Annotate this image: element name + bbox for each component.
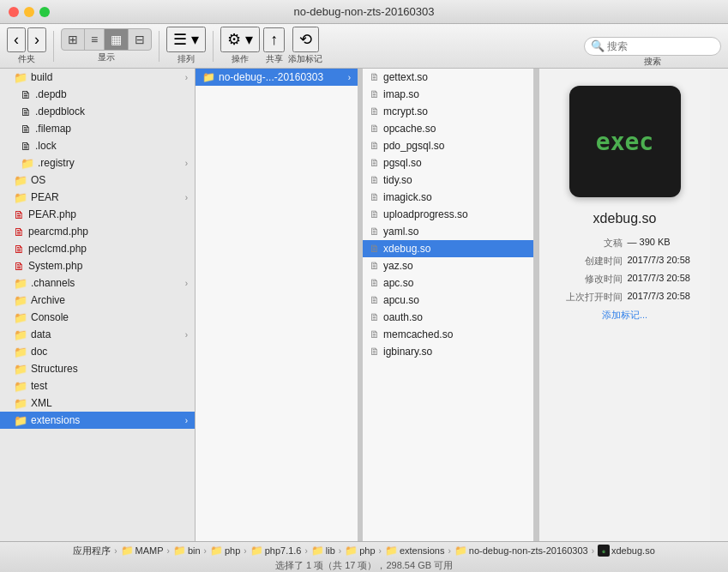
add-tag-link[interactable]: 添加标记... — [602, 310, 647, 320]
bc-item-label: php7.1.6 — [265, 545, 302, 556]
bc-item-label: extensions — [400, 545, 445, 556]
sidebar-item-depdb[interactable]: 🗎.depdb — [0, 86, 195, 103]
breadcrumb-item-lib[interactable]: 📁lib — [311, 545, 335, 557]
so-file-icon: 🗎 — [370, 260, 380, 272]
bc-item-label: xdebug.so — [611, 545, 655, 556]
view-list-btn[interactable]: ≡ — [85, 29, 105, 50]
sidebar-item-peclcmd[interactable]: 🗎peclcmd.php — [0, 240, 195, 257]
search-wrapper: 🔍 搜索 — [584, 37, 721, 56]
sidebar-item-Console[interactable]: 📁Console — [0, 309, 195, 326]
expand-arrow: › — [185, 193, 188, 202]
maximize-button[interactable] — [39, 7, 50, 17]
sidebar-item-lock[interactable]: 🗎.lock — [0, 137, 195, 154]
forward-button[interactable]: › — [27, 27, 46, 52]
separator-1 — [53, 31, 54, 62]
col2-item-imagick[interactable]: 🗎imagick.so — [363, 189, 533, 206]
sidebar-item-PEARphp[interactable]: 🗎PEAR.php — [0, 206, 195, 223]
sort-button[interactable]: ☰ ▾ — [166, 27, 206, 52]
breadcrumb-item-php7.1.6[interactable]: 📁php7.1.6 — [250, 545, 302, 557]
addtag-button[interactable]: ⟲ — [292, 27, 319, 52]
bc-item-label: MAMP — [135, 545, 164, 556]
nav-label: 件夹 — [18, 53, 35, 65]
col2-item-imap[interactable]: 🗎imap.so — [363, 86, 533, 103]
breadcrumb-sep: › — [379, 546, 382, 556]
sidebar-item-channels[interactable]: 📁.channels› — [0, 274, 195, 292]
window-controls[interactable] — [9, 7, 50, 17]
so-file-icon: 🗎 — [370, 294, 380, 306]
ops-button[interactable]: ⚙ ▾ — [220, 27, 260, 52]
sidebar-item-label: pearcmd.php — [28, 226, 88, 238]
col2-item-label: opcache.so — [383, 123, 436, 135]
sidebar-item-data[interactable]: 📁data› — [0, 326, 195, 343]
sidebar-item-pearcmd[interactable]: 🗎pearcmd.php — [0, 223, 195, 240]
sidebar-item-extensions[interactable]: 📁extensions› — [0, 412, 195, 429]
folder-icon: 📁 — [14, 71, 27, 84]
back-button[interactable]: ‹ — [7, 27, 26, 52]
so-file-icon: 🗎 — [370, 88, 380, 100]
col2-item-igbinary[interactable]: 🗎igbinary.so — [363, 343, 533, 360]
columns-area: 📁no-debug-...-20160303› 🗎gettext.so🗎imap… — [196, 69, 728, 541]
col2-item-gettext[interactable]: 🗎gettext.so — [363, 69, 533, 86]
breadcrumb-item-bin[interactable]: 📁bin — [173, 545, 201, 557]
view-icon-btn[interactable]: ⊞ — [62, 29, 85, 50]
view-column-btn[interactable]: ▦ — [105, 29, 129, 50]
sidebar-item-label: doc — [31, 346, 47, 358]
bc-folder-icon: 📁 — [210, 545, 223, 557]
sidebar-item-XML[interactable]: 📁XML — [0, 394, 195, 412]
col2-item-xdebug[interactable]: 🗎xdebug.so — [363, 240, 533, 257]
col2-item-pgsql[interactable]: 🗎pgsql.so — [363, 154, 533, 172]
view-coverflow-btn[interactable]: ⊟ — [129, 29, 151, 50]
sidebar-item-OS[interactable]: 📁OS — [0, 172, 195, 189]
col2-item-oauth[interactable]: 🗎oauth.so — [363, 309, 533, 326]
col2-item-tidy[interactable]: 🗎tidy.so — [363, 172, 533, 189]
sidebar-item-label: XML — [31, 397, 52, 409]
sidebar-item-Systemphp[interactable]: 🗎System.php — [0, 257, 195, 274]
breadcrumb-item-MAMP[interactable]: 📁MAMP — [121, 545, 164, 557]
share-button[interactable]: ↑ — [263, 27, 285, 52]
col2-item-label: gettext.so — [383, 71, 428, 83]
minimize-button[interactable] — [24, 7, 34, 17]
col1-item[interactable]: 📁no-debug-...-20160303› — [196, 69, 358, 86]
sidebar-item-depdblock[interactable]: 🗎.depdblock — [0, 103, 195, 120]
col2-item-uploadprogress[interactable]: 🗎uploadprogress.so — [363, 206, 533, 223]
col2-item-apcu[interactable]: 🗎apcu.so — [363, 292, 533, 309]
breadcrumb-item-xdebug.so[interactable]: exdebug.so — [598, 545, 655, 557]
col2-item-memcached[interactable]: 🗎memcached.so — [363, 326, 533, 343]
col2-item-yaz[interactable]: 🗎yaz.so — [363, 257, 533, 274]
close-button[interactable] — [9, 7, 19, 17]
breadcrumb-item-php[interactable]: 📁php — [210, 545, 240, 557]
col2-item-apc[interactable]: 🗎apc.so — [363, 274, 533, 292]
addtag-group: ⟲ 添加标记 — [288, 27, 322, 65]
meta-kind-label: 文稿 — [553, 237, 623, 250]
breadcrumb-item-extensions[interactable]: 📁extensions — [385, 545, 445, 557]
col2-item-yaml[interactable]: 🗎yaml.so — [363, 223, 533, 240]
bc-item-label: no-debug-non-zts-20160303 — [469, 545, 588, 556]
separator-2 — [159, 31, 159, 62]
share-icon: ↑ — [270, 31, 278, 49]
sidebar-item-doc[interactable]: 📁doc — [0, 343, 195, 360]
sidebar-item-build[interactable]: 📁build› — [0, 69, 195, 86]
sidebar-item-Archive[interactable]: 📁Archive — [0, 292, 195, 309]
sidebar-item-Structures[interactable]: 📁Structures — [0, 360, 195, 377]
window-title: no-debug-non-zts-20160303 — [293, 5, 434, 18]
so-file-icon: 🗎 — [370, 311, 380, 323]
breadcrumb-item-应用程序[interactable]: 应用程序 — [73, 545, 111, 557]
so-file-icon: 🗎 — [370, 208, 380, 220]
col2-item-label: xdebug.so — [383, 243, 430, 255]
breadcrumb-item-no-debug-non-zts-20160303[interactable]: 📁no-debug-non-zts-20160303 — [454, 545, 588, 557]
sidebar-item-PEAR[interactable]: 📁PEAR› — [0, 189, 195, 206]
search-input[interactable] — [584, 37, 721, 56]
col2-item-pdo_pgsql[interactable]: 🗎pdo_pgsql.so — [363, 137, 533, 154]
col2-item-mcrypt[interactable]: 🗎mcrypt.so — [363, 103, 533, 120]
status-bar: 应用程序›📁MAMP›📁bin›📁php›📁php7.1.6›📁lib›📁php… — [0, 541, 728, 572]
col2-item-label: yaml.so — [383, 226, 418, 238]
sidebar-item-registry[interactable]: 📁.registry› — [0, 154, 195, 172]
php-file-icon: 🗎 — [14, 260, 25, 273]
meta-created-row: 创建时间 2017/7/3 20:58 — [553, 255, 696, 268]
sidebar-item-test[interactable]: 📁test — [0, 377, 195, 394]
ops-group: ⚙ ▾ 操作 — [220, 27, 260, 65]
col2-item-opcache[interactable]: 🗎opcache.so — [363, 120, 533, 137]
breadcrumb-item-php[interactable]: 📁php — [345, 545, 375, 557]
folder-icon: 📁 — [14, 328, 27, 341]
sidebar-item-filemap[interactable]: 🗎.filemap — [0, 120, 195, 137]
